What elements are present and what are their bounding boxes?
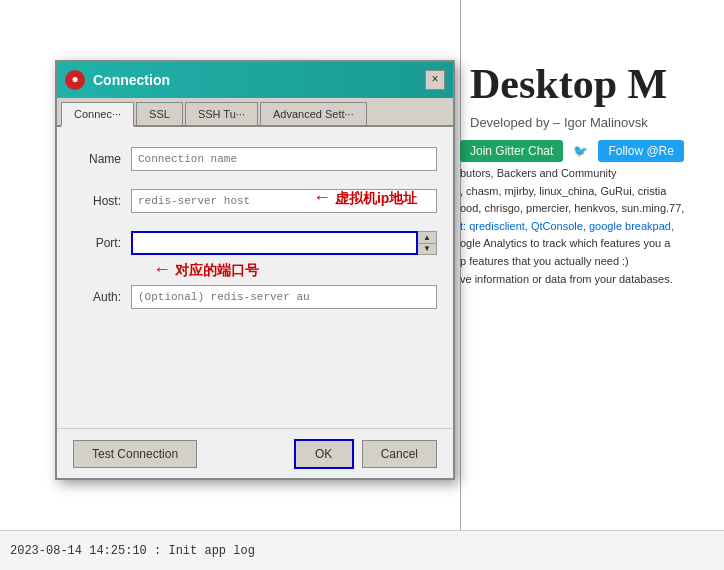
connection-dialog: ● Connection × Connec··· SSL SSH Tu··· A… <box>55 60 455 480</box>
tab-ssl[interactable]: SSL <box>136 102 183 125</box>
text-line-2: , chasm, mjirby, linux_china, GuRui, cri… <box>460 183 720 201</box>
host-label: Host: <box>73 194 121 208</box>
auth-label: Auth: <box>73 290 121 304</box>
port-input[interactable]: 6379 <box>131 231 418 255</box>
log-text: 2023-08-14 14:25:10 : Init app log <box>10 544 255 558</box>
text-line-7: ve information or data from your databas… <box>460 271 720 289</box>
port-annotation: ← 对应的端口号 <box>153 259 259 280</box>
name-row: Name <box>73 147 437 171</box>
dialog-icon: ● <box>65 70 85 90</box>
text-line-4: t: qredisclient, QtConsole, google break… <box>460 218 720 236</box>
port-increment[interactable]: ▲ <box>418 232 436 244</box>
log-bar: 2023-08-14 14:25:10 : Init app log <box>0 530 724 570</box>
host-row: Host: ← 虚拟机ip地址 <box>73 189 437 213</box>
dialog-title: Connection <box>93 72 417 88</box>
tab-connection[interactable]: Connec··· <box>61 102 134 127</box>
port-spinner: ▲ ▼ <box>418 231 437 255</box>
text-line-6: p features that you actually need :) <box>460 253 720 271</box>
dialog-footer: Test Connection OK Cancel <box>57 428 453 478</box>
name-input[interactable] <box>131 147 437 171</box>
gitter-button[interactable]: Join Gitter Chat <box>460 140 563 162</box>
ok-button[interactable]: OK <box>294 439 354 469</box>
text-line-1: butors, Backers and Community <box>460 165 720 183</box>
footer-left: Test Connection <box>73 440 286 468</box>
close-button[interactable]: × <box>425 70 445 90</box>
dialog-titlebar: ● Connection × <box>57 62 453 98</box>
chat-bar: Join Gitter Chat 🐦 Follow @Re <box>460 140 720 162</box>
app-subtitle: Developed by – Igor Malinovsk <box>470 115 648 130</box>
host-input[interactable] <box>131 189 437 213</box>
port-label: Port: <box>73 236 121 250</box>
name-label: Name <box>73 152 121 166</box>
description-text: butors, Backers and Community , chasm, m… <box>460 165 720 288</box>
auth-input[interactable] <box>131 285 437 309</box>
text-line-3: ood, chrisgo, pmercier, henkvos, sun.min… <box>460 200 720 218</box>
app-title: Desktop M <box>470 60 667 108</box>
auth-row: Auth: <box>73 285 437 309</box>
tab-advanced[interactable]: Advanced Sett··· <box>260 102 367 125</box>
twitter-button[interactable]: Follow @Re <box>598 140 684 162</box>
cancel-button[interactable]: Cancel <box>362 440 437 468</box>
port-row: Port: 6379 ▲ ▼ ← 对应的端口号 <box>73 231 437 255</box>
text-line-5: ogle Analytics to track which features y… <box>460 235 720 253</box>
test-connection-button[interactable]: Test Connection <box>73 440 197 468</box>
tab-ssh-tunnel[interactable]: SSH Tu··· <box>185 102 258 125</box>
dialog-body: Name Host: ← 虚拟机ip地址 Port: 6379 ▲ ▼ ← 对 <box>57 127 453 347</box>
port-decrement[interactable]: ▼ <box>418 244 436 255</box>
tab-bar: Connec··· SSL SSH Tu··· Advanced Sett··· <box>57 98 453 127</box>
